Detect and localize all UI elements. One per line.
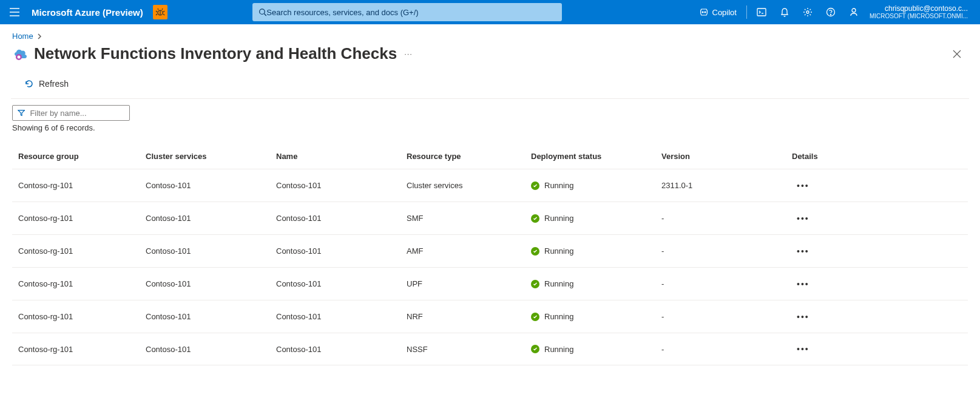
- col-details[interactable]: Details: [792, 152, 962, 161]
- table-row[interactable]: Contoso-rg-101Contoso-101Contoso-101Clus…: [12, 169, 968, 202]
- breadcrumb: Home: [0, 24, 980, 43]
- cell-resource-group: Contoso-rg-101: [18, 214, 146, 223]
- table-row[interactable]: Contoso-rg-101Contoso-101Contoso-101AMFR…: [12, 234, 968, 267]
- row-more-button[interactable]: •••: [792, 244, 814, 259]
- copilot-icon: [699, 7, 709, 17]
- cell-deployment-status: Running: [531, 246, 661, 256]
- col-resource-group[interactable]: Resource group: [18, 152, 146, 161]
- title-row: Network Functions Inventory and Health C…: [0, 43, 980, 74]
- cell-resource-group: Contoso-rg-101: [18, 181, 146, 190]
- cloud-shell-icon[interactable]: [751, 0, 772, 24]
- cell-version: -: [661, 279, 792, 288]
- feedback-icon[interactable]: [843, 0, 865, 24]
- account-tenant: MICROSOFT (MICROSOFT.ONMI...: [870, 13, 968, 20]
- cell-details: •••: [792, 277, 962, 291]
- cell-resource-type: NRF: [407, 312, 531, 321]
- search-icon: [259, 8, 267, 16]
- brand-label[interactable]: Microsoft Azure (Preview): [32, 7, 143, 18]
- page-resource-icon: [12, 46, 29, 63]
- copilot-label: Copilot: [712, 8, 737, 17]
- search-wrapper: [252, 3, 562, 21]
- cell-resource-group: Contoso-rg-101: [18, 246, 146, 256]
- cell-name: Contoso-101: [276, 214, 407, 223]
- svg-point-20: [852, 8, 856, 12]
- filter-input[interactable]: [30, 109, 124, 118]
- filter-row: Showing 6 of 6 records.: [0, 99, 980, 134]
- table-row[interactable]: Contoso-rg-101Contoso-101Contoso-101NRFR…: [12, 300, 968, 333]
- copilot-button[interactable]: Copilot: [693, 7, 743, 17]
- cell-version: 2311.0-1: [661, 181, 792, 190]
- cell-resource-type: SMF: [407, 214, 531, 223]
- notifications-icon[interactable]: [774, 0, 796, 24]
- cell-version: -: [661, 345, 792, 354]
- account-menu[interactable]: chrisqpublic@contoso.c... MICROSOFT (MIC…: [865, 4, 975, 20]
- svg-rect-15: [757, 8, 766, 16]
- table-header: Resource group Cluster services Name Res…: [12, 143, 968, 169]
- filter-icon: [18, 109, 25, 117]
- svg-point-13: [702, 12, 703, 13]
- cell-cluster-services: Contoso-101: [146, 214, 276, 223]
- cell-resource-type: UPF: [407, 279, 531, 288]
- cell-deployment-status: Running: [531, 312, 661, 321]
- cell-resource-group: Contoso-rg-101: [18, 345, 146, 354]
- data-table: Resource group Cluster services Name Res…: [0, 134, 980, 365]
- cell-details: •••: [792, 244, 962, 259]
- row-more-button[interactable]: •••: [792, 342, 814, 356]
- cell-details: •••: [792, 342, 962, 356]
- page-title: Network Functions Inventory and Health C…: [34, 44, 397, 63]
- help-icon[interactable]: [820, 0, 842, 24]
- svg-point-22: [18, 55, 21, 58]
- table-row[interactable]: Contoso-rg-101Contoso-101Contoso-101NSSF…: [12, 333, 968, 365]
- col-resource-type[interactable]: Resource type: [407, 152, 531, 161]
- cell-resource-type: AMF: [407, 246, 531, 256]
- filter-box[interactable]: [12, 105, 130, 121]
- row-more-button[interactable]: •••: [792, 211, 814, 226]
- row-more-button[interactable]: •••: [792, 178, 814, 193]
- col-cluster-services[interactable]: Cluster services: [146, 152, 276, 161]
- col-name[interactable]: Name: [276, 152, 407, 161]
- records-count: Showing 6 of 6 records.: [12, 123, 968, 132]
- svg-line-5: [156, 11, 157, 12]
- cell-version: -: [661, 246, 792, 256]
- search-box[interactable]: [252, 3, 562, 21]
- row-more-button[interactable]: •••: [792, 310, 814, 324]
- cell-name: Contoso-101: [276, 345, 407, 354]
- svg-point-14: [705, 12, 706, 13]
- close-icon[interactable]: [948, 46, 965, 63]
- row-more-button[interactable]: •••: [792, 277, 814, 291]
- cell-name: Contoso-101: [276, 279, 407, 288]
- refresh-label: Refresh: [39, 79, 69, 89]
- cell-resource-group: Contoso-rg-101: [18, 312, 146, 321]
- title-more-button[interactable]: ···: [404, 49, 413, 58]
- svg-line-10: [162, 8, 163, 10]
- search-input[interactable]: [266, 8, 555, 17]
- status-success-icon: [531, 181, 539, 190]
- cell-version: -: [661, 312, 792, 321]
- menu-icon[interactable]: [5, 2, 24, 22]
- command-bar: Refresh: [11, 74, 969, 99]
- settings-icon[interactable]: [797, 0, 819, 24]
- cell-deployment-status: Running: [531, 181, 661, 190]
- svg-line-12: [264, 14, 266, 16]
- cell-deployment-status: Running: [531, 279, 661, 288]
- cell-deployment-status: Running: [531, 345, 661, 354]
- col-version[interactable]: Version: [661, 152, 792, 161]
- refresh-button[interactable]: Refresh: [23, 76, 70, 91]
- breadcrumb-home[interactable]: Home: [12, 32, 33, 41]
- cell-cluster-services: Contoso-101: [146, 181, 276, 190]
- account-email: chrisqpublic@contoso.c...: [885, 4, 968, 13]
- cell-cluster-services: Contoso-101: [146, 312, 276, 321]
- table-row[interactable]: Contoso-rg-101Contoso-101Contoso-101UPFR…: [12, 267, 968, 300]
- svg-point-19: [830, 15, 831, 15]
- cell-name: Contoso-101: [276, 312, 407, 321]
- cell-name: Contoso-101: [276, 246, 407, 256]
- svg-line-7: [156, 14, 157, 15]
- col-deployment-status[interactable]: Deployment status: [531, 152, 661, 161]
- svg-line-8: [163, 14, 164, 15]
- cell-resource-group: Contoso-rg-101: [18, 279, 146, 288]
- preview-bug-icon[interactable]: [153, 5, 167, 19]
- cell-details: •••: [792, 178, 962, 193]
- cell-deployment-status: Running: [531, 214, 661, 223]
- cell-cluster-services: Contoso-101: [146, 279, 276, 288]
- table-row[interactable]: Contoso-rg-101Contoso-101Contoso-101SMFR…: [12, 202, 968, 234]
